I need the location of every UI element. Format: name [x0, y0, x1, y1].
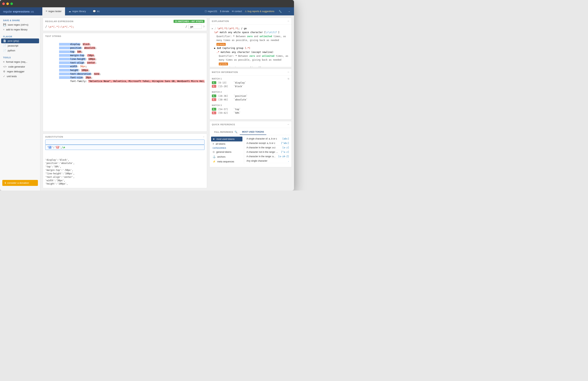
regex-input[interactable]: [48, 25, 184, 28]
match-1-group: MATCH 1 ⧉ 1. [6-13] `display` 2. [15-20]…: [212, 78, 289, 88]
qr-tabs: FULL REFERENCE 🔍 MOST USED TOKENS: [210, 129, 292, 135]
qr-item-all-tokens[interactable]: ≡ all tokens: [211, 141, 242, 146]
add-icon: +: [3, 28, 5, 31]
explanation-collapse-icon[interactable]: −: [288, 20, 289, 23]
code-icon: </>: [3, 65, 7, 68]
app-window: regular expressions 101 ⌨ regex tester ☁…: [0, 0, 294, 190]
py-icon: 📄: [3, 49, 6, 52]
match-row: 2. [15-20] `block`: [212, 85, 289, 88]
qr-entry: A single character of: a, b or c [abc]: [247, 137, 289, 141]
chat-icon: 💬: [93, 10, 96, 13]
exp-capture1: ▶ 1st Capturing group (.*): [212, 46, 289, 50]
qr-entry: A character not in the range: ... [^a-z]: [247, 150, 289, 154]
delimiter-start: /: [45, 25, 47, 28]
match-row: 2. [38-46] `absolute`: [212, 98, 289, 101]
quick-reference-panel: QUICK REFERENCE − FULL REFERENCE 🔍 MOST …: [209, 121, 292, 167]
tab-regex-tester[interactable]: ⌨ regex tester: [42, 7, 65, 15]
nav-regex101-link[interactable]: ☐ regex101: [205, 10, 217, 13]
substitution-section: SUBSTITUTION − '\1':'\2',\n 'display':'b…: [43, 133, 207, 188]
sidebar-item-debugger[interactable]: ⚙ regex debugger: [0, 69, 40, 74]
cloud-icon: ☁: [68, 10, 71, 13]
exp-ws-line: \s* match any white space character [\r\…: [212, 30, 289, 34]
match-badge: 11 MATCHES – 497 STEPS: [173, 20, 205, 23]
test-section-title: TEST STRING: [45, 35, 205, 37]
substitution-result: 'display':'block', 'position':'absolute'…: [45, 151, 205, 186]
titlebar: [0, 0, 294, 7]
match-info-collapse-icon[interactable]: −: [288, 70, 289, 74]
tab-irc[interactable]: 💬 irc: [89, 7, 103, 15]
sidebar-item-python[interactable]: 📄 python: [0, 48, 40, 53]
sidebar-item-code-gen[interactable]: </> code generator: [0, 64, 40, 69]
lightning-icon: ⚡: [213, 160, 216, 163]
nav-contact-link[interactable]: ✉ contact: [232, 10, 242, 13]
nav-donate-link[interactable]: $ donate: [220, 10, 229, 13]
qr-collapse-icon[interactable]: −: [288, 123, 289, 126]
qr-item-most-used[interactable]: ★ most used tokens: [211, 137, 242, 141]
general-icon: ⊙: [213, 150, 215, 153]
exp-quantifier1: Quantifier: * Between zero and unlimited…: [212, 34, 289, 46]
regex-flags-input[interactable]: [188, 24, 202, 29]
login-icon: →: [288, 10, 290, 13]
match-1-copy-icon[interactable]: ⧉: [288, 78, 289, 80]
test-section: TEST STRING display: block; position: ab…: [43, 33, 207, 132]
format-icon: ≡: [3, 61, 5, 63]
wrench-icon: 🔧: [279, 10, 282, 13]
regex-input-row: / / ?: [45, 24, 205, 29]
test-content[interactable]: display: block; position: absolute; top:…: [45, 39, 205, 127]
settings-button[interactable]: 🔧: [277, 8, 283, 14]
explanation-header: EXPLANATION −: [210, 18, 292, 25]
match-row: 1. [28-36] `position`: [212, 94, 289, 98]
save-share-label: SAVE & SHARE: [0, 18, 40, 22]
sidebar-item-pcre[interactable]: 📄 pcre (php): [1, 39, 39, 43]
qr-item-meta-sequences[interactable]: ⚡ meta sequences: [211, 159, 242, 164]
explanation-panel: EXPLANATION − ▶ / \s*(.*):\s*(.*); / gm …: [209, 18, 292, 67]
star-icon: ★: [213, 138, 215, 141]
sidebar-item-format-regex[interactable]: ≡ format regex (req...: [0, 60, 40, 64]
tab-full-reference[interactable]: FULL REFERENCE 🔍: [212, 129, 240, 135]
qr-entry: A character in the range: a... [a-zA-Z]: [247, 154, 289, 159]
close-button[interactable]: [2, 2, 5, 5]
file-icon: 📄: [3, 40, 6, 42]
anchor-icon: ⚓: [213, 155, 216, 158]
match-info-title: MATCH INFORMATION: [212, 71, 238, 73]
qr-item-general-tokens[interactable]: ⊙ general tokens: [211, 149, 242, 154]
dollar-icon: $: [5, 181, 6, 184]
flag-help-icon[interactable]: ?: [203, 25, 205, 28]
sub-collapse-icon[interactable]: −: [203, 136, 205, 138]
qr-content: FULL REFERENCE 🔍 MOST USED TOKENS ★ most…: [210, 128, 292, 167]
nav-tabs: ⌨ regex tester ☁ regex library 💬 irc: [42, 7, 103, 15]
nav-bug-link[interactable]: ⚠ bug reports & suggestions: [245, 10, 274, 13]
contact-icon: ✉: [232, 10, 234, 13]
dollar-icon: $: [220, 10, 221, 13]
tools-label: TOOLS: [0, 55, 40, 60]
substitution-input[interactable]: [45, 140, 205, 145]
sub-section-title: SUBSTITUTION −: [45, 136, 205, 138]
center-content: REGULAR EXPRESSION 11 MATCHES – 497 STEP…: [41, 15, 209, 190]
qr-entry: Any single character .: [247, 159, 289, 163]
sidebar-item-unit-tests[interactable]: ✓ unit tests: [0, 74, 40, 79]
navbar: regular expressions 101 ⌨ regex tester ☁…: [0, 7, 294, 15]
brand-text: regular expressions 101: [3, 10, 34, 13]
flavor-label: FLAVOR: [0, 34, 40, 39]
tab-most-used[interactable]: MOST USED TOKENS: [240, 129, 266, 135]
donation-button[interactable]: $ consider a donation: [2, 180, 38, 186]
sidebar-item-javascript[interactable]: 📄 javascript: [0, 43, 40, 48]
qr-header: QUICK REFERENCE −: [210, 121, 292, 128]
explanation-title: EXPLANATION: [212, 20, 229, 22]
qr-categories-label: CATEGORIES: [211, 146, 242, 149]
qr-entry: A character in the range: a-z [a-z]: [247, 146, 289, 150]
terminal-icon: ⌨: [46, 10, 47, 13]
tab-regex-library[interactable]: ☁ regex library: [65, 7, 89, 15]
debug-icon: ⚙: [3, 70, 5, 73]
sidebar-item-add-library[interactable]: + add to regex library: [0, 27, 40, 32]
explanation-content: ▶ / \s*(.*):\s*(.*); / gm \s* match any …: [210, 25, 292, 67]
minimize-button[interactable]: [6, 2, 9, 5]
login-button[interactable]: →: [286, 8, 292, 14]
sidebar-item-save-regex[interactable]: 💾 save regex (ctrl+s): [0, 22, 40, 27]
qr-left-panel: ★ most used tokens ≡ all tokens CATEGORI…: [210, 137, 244, 164]
maximize-button[interactable]: [10, 2, 13, 5]
qr-item-anchors[interactable]: ⚓ anchors: [211, 154, 242, 159]
qr-title: QUICK REFERENCE: [212, 123, 235, 126]
save-icon: 💾: [3, 23, 6, 26]
match-row: 2. [59-62] `50%`: [212, 111, 289, 115]
